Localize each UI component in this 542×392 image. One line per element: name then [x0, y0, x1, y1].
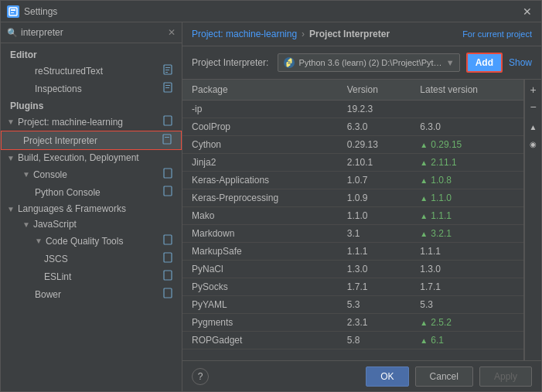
search-icon: 🔍	[7, 28, 18, 38]
for-current-project-link[interactable]: For current project	[462, 29, 532, 39]
apply-button[interactable]: Apply	[479, 366, 532, 387]
jscs-icon	[163, 252, 172, 265]
app-icon	[7, 5, 19, 18]
sidebar-item-restructuredtext[interactable]: reStructuredText	[1, 62, 182, 80]
update-available: ▲1.0.8	[420, 175, 514, 186]
svg-point-19	[284, 57, 295, 68]
title-text: Settings	[24, 6, 520, 17]
col-latest[interactable]: Latest version	[411, 80, 523, 101]
package-name: -ip	[182, 101, 338, 118]
sidebar-item-inspections[interactable]: Inspections	[1, 80, 182, 97]
remove-package-button[interactable]: −	[527, 100, 540, 114]
expand-icon: ▼	[7, 118, 15, 126]
sidebar-section-editor: Editor	[1, 46, 182, 62]
svg-rect-0	[9, 8, 17, 15]
update-available: ▲3.2.1	[420, 228, 514, 239]
main-panel: Project: machine-learning › Project Inte…	[182, 22, 541, 391]
col-package[interactable]: Package	[182, 80, 338, 101]
table-row[interactable]: Markdown3.1▲3.2.1	[182, 225, 523, 243]
project-ml-label: Project: machine-learning	[18, 117, 123, 128]
sidebar-item-javascript[interactable]: ▼ JavaScript	[1, 216, 182, 232]
package-latest: ▲1.1.1	[411, 207, 523, 225]
package-latest: 1.7.1	[411, 278, 523, 296]
package-name: PyYAML	[182, 296, 338, 314]
manage-repos-button[interactable]: ◉	[527, 137, 540, 151]
package-latest	[411, 101, 523, 118]
sidebar-item-python-console[interactable]: Python Console	[1, 183, 182, 201]
package-version: 1.1.1	[338, 243, 411, 261]
show-link[interactable]: Show	[509, 57, 532, 68]
table-row[interactable]: PySocks1.7.11.7.1	[182, 278, 523, 296]
table-row[interactable]: Pygments2.3.1▲2.5.2	[182, 314, 523, 332]
search-clear-icon[interactable]: ✕	[168, 27, 176, 38]
table-row[interactable]: ROPGadget5.8▲6.1	[182, 332, 523, 349]
svg-rect-4	[165, 67, 170, 68]
sidebar-item-project-ml[interactable]: ▼ Project: machine-learning	[1, 113, 182, 131]
languages-label: Languages & Frameworks	[18, 203, 126, 214]
breadcrumb-parent[interactable]: Project: machine-learning	[192, 29, 297, 39]
table-row[interactable]: Keras-Preprocessing1.0.9▲1.1.0	[182, 189, 523, 207]
sidebar-tree: Editor reStructuredText Inspections Plug…	[1, 43, 182, 391]
sidebar-item-code-quality[interactable]: ▼ Code Quality Tools	[1, 232, 182, 250]
cancel-button[interactable]: Cancel	[415, 366, 473, 387]
breadcrumb-current: Project Interpreter	[309, 29, 390, 39]
project-ml-icon	[163, 115, 172, 128]
col-version[interactable]: Version	[338, 80, 411, 101]
table-row[interactable]: -ip19.2.3	[182, 101, 523, 118]
interpreter-label: Project Interpreter:	[192, 57, 268, 68]
update-available: ▲2.11.1	[420, 157, 514, 168]
svg-rect-5	[165, 70, 169, 70]
svg-rect-10	[164, 116, 172, 125]
sidebar-item-jscs[interactable]: JSCS	[1, 250, 182, 268]
sidebar-item-console[interactable]: ▼ Console	[1, 165, 182, 183]
table-row[interactable]: Jinja22.10.1▲2.11.1	[182, 154, 523, 172]
svg-rect-12	[165, 137, 169, 138]
bottom-bar: ? OK Cancel Apply	[182, 360, 541, 391]
table-row[interactable]: Keras-Applications1.0.7▲1.0.8	[182, 172, 523, 189]
svg-rect-11	[163, 135, 171, 144]
sidebar-item-build[interactable]: ▼ Build, Execution, Deployment	[1, 150, 182, 165]
eslint-icon	[163, 270, 172, 283]
package-version: 6.3.0	[338, 118, 411, 136]
languages-expand-icon: ▼	[7, 205, 15, 213]
sidebar-item-project-interpreter[interactable]: Project Interpreter	[1, 131, 182, 150]
package-latest: 6.3.0	[411, 118, 523, 136]
package-latest: ▲6.1	[411, 332, 523, 349]
interpreter-row: Project Interpreter: Python 3.6 (learn) …	[182, 46, 541, 80]
ok-button[interactable]: OK	[366, 366, 408, 387]
project-interpreter-label: Project Interpreter	[23, 135, 97, 146]
add-interpreter-button[interactable]: Add	[466, 53, 503, 73]
table-row[interactable]: MarkupSafe1.1.11.1.1	[182, 243, 523, 261]
package-latest: 1.3.0	[411, 261, 523, 278]
package-name: Markdown	[182, 225, 338, 243]
packages-table: Package Version Latest version -ip19.2.3…	[182, 80, 524, 360]
breadcrumb: Project: machine-learning › Project Inte…	[182, 22, 541, 46]
package-version: 2.3.1	[338, 314, 411, 332]
sidebar-item-eslint[interactable]: ESLint	[1, 268, 182, 285]
python-console-label: Python Console	[35, 187, 101, 198]
table-row[interactable]: PyNaCl1.3.01.3.0	[182, 261, 523, 278]
package-name: Pygments	[182, 314, 338, 332]
sidebar-item-languages[interactable]: ▼ Languages & Frameworks	[1, 201, 182, 216]
table-row[interactable]: Mako1.1.0▲1.1.1	[182, 207, 523, 225]
python-console-icon	[163, 186, 172, 199]
sidebar-item-bower[interactable]: Bower	[1, 285, 182, 303]
close-button[interactable]: ✕	[520, 4, 535, 19]
python-icon	[283, 56, 295, 69]
svg-rect-13	[164, 169, 172, 178]
code-quality-label: Code Quality Tools	[46, 236, 124, 247]
search-input[interactable]	[21, 27, 168, 38]
package-version: 5.3	[338, 296, 411, 314]
package-version: 1.3.0	[338, 261, 411, 278]
table-header-row: Package Version Latest version	[182, 80, 523, 101]
table-row[interactable]: CoolProp6.3.06.3.0	[182, 118, 523, 136]
javascript-label: JavaScript	[33, 219, 77, 230]
add-package-button[interactable]: +	[527, 83, 540, 97]
interpreter-dropdown[interactable]: Python 3.6 (learn) (2) D:\Project\Python…	[278, 53, 459, 72]
upgrade-package-button[interactable]: ▲	[527, 120, 540, 134]
package-latest: ▲2.11.1	[411, 154, 523, 172]
help-button[interactable]: ?	[192, 368, 209, 385]
table-row[interactable]: Cython0.29.13▲0.29.15	[182, 136, 523, 154]
table-row[interactable]: PyYAML5.35.3	[182, 296, 523, 314]
svg-rect-6	[165, 72, 168, 73]
